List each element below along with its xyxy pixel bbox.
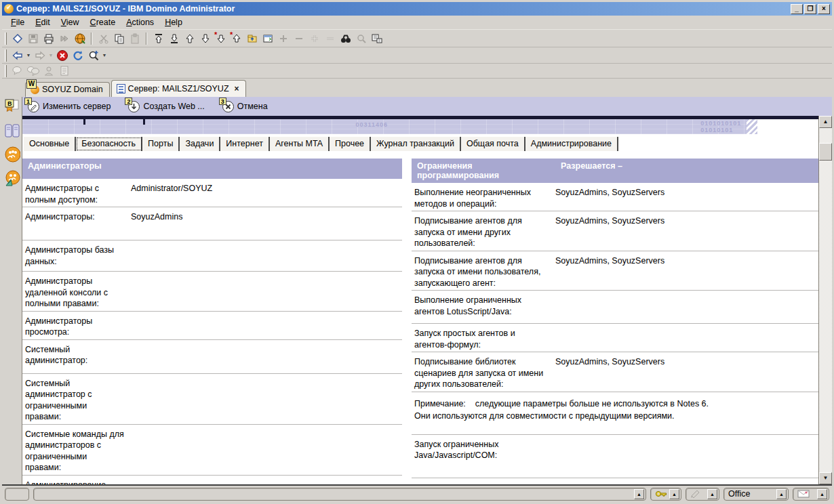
- forward-icon[interactable]: [32, 48, 47, 62]
- document-icon[interactable]: [56, 64, 72, 78]
- refresh-icon[interactable]: [70, 48, 85, 62]
- plus-icon[interactable]: [275, 31, 291, 45]
- status-signature-segment[interactable]: ▲: [686, 488, 719, 501]
- copy-icon[interactable]: [111, 31, 127, 45]
- folder-up-icon[interactable]: [244, 31, 260, 45]
- table-row: Запуск ограниченных Java/Javascript/COM:: [412, 435, 818, 478]
- tab-server-mailsz1[interactable]: Сервер: MAILSZ1/SOYUZ ×: [111, 80, 246, 97]
- status-resize-segment[interactable]: [5, 488, 29, 501]
- plus-alt-icon[interactable]: [306, 31, 322, 45]
- preview-icon[interactable]: [369, 31, 384, 45]
- status-message-segment[interactable]: ▲: [33, 488, 646, 501]
- section-tab-интернет[interactable]: Интернет: [220, 137, 270, 151]
- field-label: Подписывание агентов для запуска от имен…: [414, 215, 555, 249]
- scroll-down-icon[interactable]: ▼: [819, 472, 832, 484]
- banner-tick: [143, 119, 145, 125]
- create-web-button[interactable]: 2 Создать Web ...: [128, 101, 204, 112]
- vertical-scrollbar[interactable]: ▲ ▼: [819, 116, 832, 484]
- menu-file[interactable]: File: [6, 16, 29, 28]
- close-button[interactable]: ×: [818, 4, 830, 14]
- tab-soyuz-domain[interactable]: SOYUZ Domain: [25, 82, 110, 97]
- tab-close-icon[interactable]: ×: [235, 84, 239, 93]
- minus-alt-icon[interactable]: [322, 31, 338, 45]
- people-design-icon[interactable]: [4, 169, 20, 187]
- section-tab-агенты-mta[interactable]: Агенты MTA: [270, 137, 330, 151]
- edit-server-button[interactable]: 1 Изменить сервер: [28, 101, 111, 112]
- status-location-segment[interactable]: Office ▲: [723, 488, 789, 501]
- app-logo-icon: [4, 4, 14, 14]
- menu-edit[interactable]: Edit: [31, 16, 55, 28]
- magnifier-icon[interactable]: [353, 31, 369, 45]
- chevrons-icon[interactable]: [56, 31, 72, 45]
- cancel-icon: 3: [222, 101, 234, 112]
- status-security-segment[interactable]: ▲: [650, 488, 681, 501]
- scroll-up-icon[interactable]: ▲: [819, 116, 832, 128]
- section-tab-администрирование[interactable]: Администрирование: [525, 137, 618, 151]
- field-value: SoyuzAdmins, SoyuzServers: [555, 356, 816, 368]
- field-label: Запуск ограниченных Java/Javascript/COM:: [414, 439, 555, 461]
- move-top-icon[interactable]: [151, 31, 166, 45]
- restrictions-header-col2: Разрешается –: [561, 161, 813, 171]
- section-tab-задачи[interactable]: Задачи: [180, 137, 220, 151]
- section-tab-прочее[interactable]: Прочее: [330, 137, 371, 151]
- minus-icon[interactable]: [291, 31, 306, 45]
- status-popup-icon[interactable]: ▲: [634, 489, 644, 499]
- section-tab-журнал-транзакций[interactable]: Журнал транзакций: [371, 137, 461, 151]
- cut-icon[interactable]: [96, 31, 111, 45]
- stop-icon[interactable]: [54, 48, 70, 62]
- menu-actions[interactable]: Actions: [121, 16, 159, 28]
- globe-icon[interactable]: [72, 31, 87, 45]
- status-mail-segment[interactable]: ▲: [793, 488, 829, 501]
- toolbar-grip[interactable]: [5, 33, 7, 45]
- section-tab-порты[interactable]: Порты: [142, 137, 180, 151]
- menu-view[interactable]: View: [56, 16, 84, 28]
- workspace-w-badge[interactable]: W: [26, 79, 37, 89]
- minimize-button[interactable]: _: [791, 4, 803, 14]
- status-popup-icon[interactable]: ▲: [707, 489, 717, 499]
- table-row: Примечание: следующие параметры больше н…: [412, 392, 818, 435]
- window-icon[interactable]: [260, 31, 275, 45]
- back-icon[interactable]: [9, 48, 25, 62]
- section-tab-основные[interactable]: Основные: [24, 137, 76, 151]
- binoculars-icon[interactable]: [338, 31, 353, 45]
- databases-icon[interactable]: [4, 122, 20, 140]
- toolbar-grip[interactable]: [5, 49, 7, 62]
- maximize-button[interactable]: ❐: [804, 4, 816, 14]
- expand-all-icon[interactable]: *: [213, 31, 229, 45]
- status-popup-icon[interactable]: ▲: [776, 489, 787, 499]
- table-row: Выполнение ограниченных агентов LotusScr…: [412, 291, 818, 324]
- svg-text:B: B: [7, 100, 12, 107]
- bookmark-b-icon[interactable]: B: [4, 98, 20, 116]
- collapse-all-icon[interactable]: *: [229, 31, 244, 45]
- menu-create[interactable]: Create: [85, 16, 121, 28]
- cancel-button[interactable]: 3 Отмена: [222, 101, 268, 112]
- chat-bubbles-icon[interactable]: [25, 64, 41, 78]
- section-tab-общая-почта[interactable]: Общая почта: [461, 137, 525, 151]
- status-popup-icon[interactable]: ▲: [817, 489, 827, 499]
- mail-icon: [797, 490, 810, 498]
- toolbar-grip[interactable]: [5, 65, 7, 77]
- action-label: Создать Web ...: [143, 102, 204, 111]
- back-dropdown-icon[interactable]: ▼: [25, 53, 32, 58]
- diamond-icon[interactable]: [9, 31, 25, 45]
- print-icon[interactable]: [41, 31, 56, 45]
- scrollbar-track[interactable]: [819, 161, 832, 472]
- signature-icon: [690, 490, 702, 499]
- chat-bubble-icon[interactable]: [9, 64, 25, 78]
- status-popup-icon[interactable]: ▲: [669, 489, 679, 499]
- paste-icon[interactable]: [127, 31, 142, 45]
- server-document-icon: [117, 84, 125, 93]
- zoom-dropdown-icon[interactable]: ▼: [101, 53, 108, 58]
- save-icon[interactable]: [25, 31, 41, 45]
- move-bottom-icon[interactable]: [166, 31, 182, 45]
- people-circle-icon[interactable]: [4, 146, 20, 163]
- person-icon[interactable]: [41, 64, 56, 78]
- zoom-plus-icon[interactable]: [85, 48, 101, 62]
- up-arrow-icon[interactable]: [182, 31, 197, 45]
- menu-help[interactable]: Help: [160, 16, 187, 28]
- down-arrow-icon[interactable]: [197, 31, 213, 45]
- forward-dropdown-icon[interactable]: ▼: [47, 53, 54, 58]
- banner-ghost-text: 01010101: [700, 127, 733, 133]
- section-tab-безопасность[interactable]: Безопасность: [76, 137, 142, 151]
- scrollbar-thumb[interactable]: [819, 143, 832, 161]
